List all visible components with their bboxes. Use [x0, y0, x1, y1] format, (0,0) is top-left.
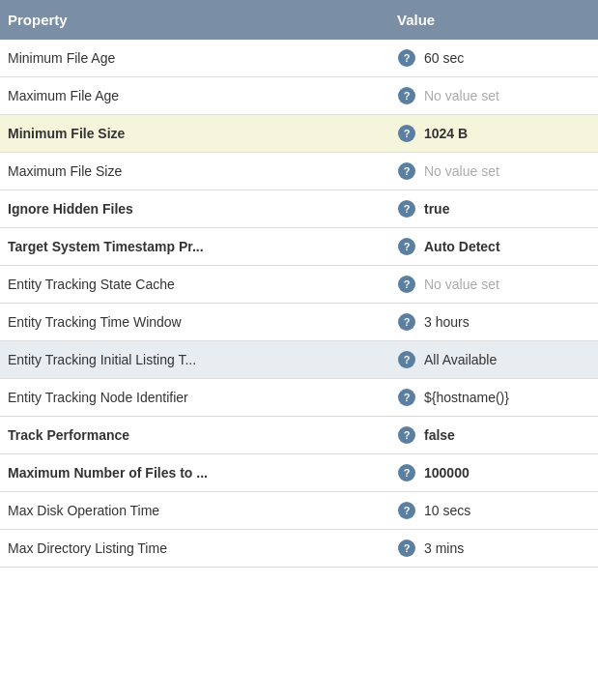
table-row: Minimum File Age?60 sec	[0, 40, 598, 77]
row-value-label: 1024 B	[424, 126, 590, 141]
row-property-label: Maximum File Age	[8, 88, 393, 103]
info-icon[interactable]: ?	[393, 200, 420, 218]
table-row: Entity Tracking Node Identifier?${hostna…	[0, 379, 598, 417]
row-value-label: No value set	[424, 88, 590, 103]
table-row: Minimum File Size?1024 B	[0, 115, 598, 153]
table-body: Minimum File Age?60 secMaximum File Age?…	[0, 40, 598, 568]
properties-table: Property Value Minimum File Age?60 secMa…	[0, 0, 598, 568]
row-property-label: Entity Tracking Initial Listing T...	[8, 352, 393, 367]
row-property-label: Entity Tracking Time Window	[8, 314, 393, 330]
row-property-label: Entity Tracking State Cache	[8, 277, 393, 292]
row-value-label: false	[424, 427, 590, 443]
row-value-label: true	[424, 201, 590, 217]
row-value-label: ${hostname()}	[424, 390, 590, 405]
row-value-label: 3 hours	[424, 314, 590, 330]
row-property-label: Target System Timestamp Pr...	[8, 239, 393, 254]
row-property-label: Ignore Hidden Files	[8, 201, 393, 217]
info-icon[interactable]: ?	[393, 540, 420, 557]
table-row: Ignore Hidden Files?true	[0, 190, 598, 228]
row-value-label: No value set	[424, 277, 590, 292]
table-row: Maximum File Age?No value set	[0, 77, 598, 115]
row-value-label: 100000	[424, 465, 590, 481]
info-icon[interactable]: ?	[393, 49, 420, 67]
row-property-label: Track Performance	[8, 427, 393, 443]
info-icon[interactable]: ?	[393, 87, 420, 104]
row-property-label: Max Disk Operation Time	[8, 503, 393, 518]
row-value-label: 10 secs	[424, 503, 590, 518]
info-icon[interactable]: ?	[393, 389, 420, 406]
table-row: Entity Tracking Time Window?3 hours	[0, 304, 598, 341]
row-value-label: All Available	[424, 352, 590, 367]
header-property-label: Property	[8, 12, 397, 28]
row-value-label: 3 mins	[424, 540, 590, 556]
table-header: Property Value	[0, 0, 598, 40]
row-property-label: Minimum File Age	[8, 50, 393, 66]
info-icon[interactable]: ?	[393, 502, 420, 519]
header-value-label: Value	[397, 12, 590, 28]
info-icon[interactable]: ?	[393, 125, 420, 142]
row-property-label: Minimum File Size	[8, 126, 393, 141]
table-row: Track Performance?false	[0, 417, 598, 454]
table-row: Maximum File Size?No value set	[0, 153, 598, 190]
table-row: Max Directory Listing Time?3 mins	[0, 530, 598, 568]
table-row: Max Disk Operation Time?10 secs	[0, 492, 598, 530]
info-icon[interactable]: ?	[393, 238, 420, 255]
row-property-label: Entity Tracking Node Identifier	[8, 390, 393, 405]
info-icon[interactable]: ?	[393, 276, 420, 293]
row-value-label: 60 sec	[424, 50, 590, 66]
info-icon[interactable]: ?	[393, 313, 420, 331]
row-property-label: Maximum Number of Files to ...	[8, 465, 393, 481]
info-icon[interactable]: ?	[393, 162, 420, 180]
info-icon[interactable]: ?	[393, 351, 420, 368]
info-icon[interactable]: ?	[393, 426, 420, 444]
table-row: Maximum Number of Files to ...?100000	[0, 454, 598, 492]
table-row: Target System Timestamp Pr...?Auto Detec…	[0, 228, 598, 266]
row-value-label: No value set	[424, 163, 590, 179]
table-row: Entity Tracking Initial Listing T...?All…	[0, 341, 598, 379]
info-icon[interactable]: ?	[393, 464, 420, 481]
row-value-label: Auto Detect	[424, 239, 590, 254]
row-property-label: Max Directory Listing Time	[8, 540, 393, 556]
table-row: Entity Tracking State Cache?No value set	[0, 266, 598, 304]
row-property-label: Maximum File Size	[8, 163, 393, 179]
